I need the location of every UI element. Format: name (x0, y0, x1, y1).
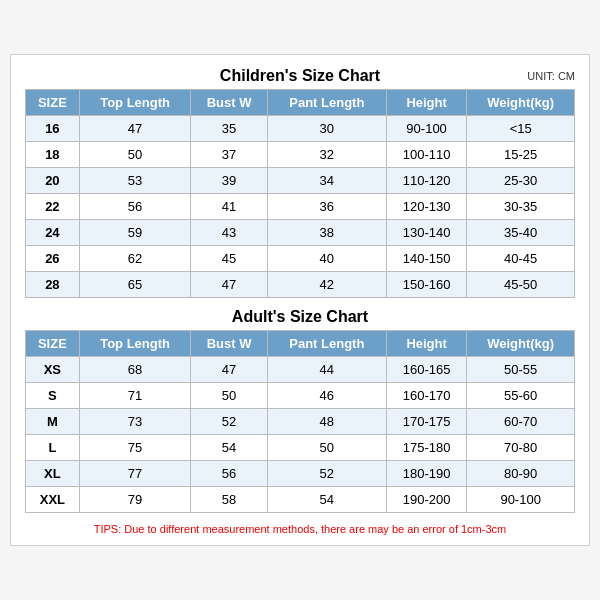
table-row: 22564136120-13030-35 (26, 194, 575, 220)
table-cell: 46 (267, 383, 386, 409)
table-cell: 35 (191, 116, 267, 142)
table-cell: 71 (79, 383, 191, 409)
table-cell: 15-25 (467, 142, 575, 168)
table-cell: 110-120 (386, 168, 466, 194)
table-cell: 160-165 (386, 357, 466, 383)
adult-title-row: Adult's Size Chart (25, 308, 575, 326)
table-cell: 50-55 (467, 357, 575, 383)
table-cell: 47 (79, 116, 191, 142)
table-cell: 24 (26, 220, 80, 246)
table-cell: 190-200 (386, 487, 466, 513)
table-row: L755450175-18070-80 (26, 435, 575, 461)
table-cell: 56 (79, 194, 191, 220)
table-cell: 35-40 (467, 220, 575, 246)
table-cell: 38 (267, 220, 386, 246)
adult-table-body: XS684744160-16550-55S715046160-17055-60M… (26, 357, 575, 513)
children-col-pant-length: Pant Length (267, 90, 386, 116)
table-cell: 47 (191, 272, 267, 298)
table-cell: 73 (79, 409, 191, 435)
table-cell: 170-175 (386, 409, 466, 435)
table-cell: 50 (191, 383, 267, 409)
table-cell: 59 (79, 220, 191, 246)
table-cell: 54 (267, 487, 386, 513)
table-cell: 160-170 (386, 383, 466, 409)
table-cell: XL (26, 461, 80, 487)
table-row: M735248170-17560-70 (26, 409, 575, 435)
adult-col-weight: Weight(kg) (467, 331, 575, 357)
tips-text: TIPS: Due to different measurement metho… (25, 523, 575, 535)
table-cell: 55-60 (467, 383, 575, 409)
table-row: XS684744160-16550-55 (26, 357, 575, 383)
table-cell: 75 (79, 435, 191, 461)
table-cell: 25-30 (467, 168, 575, 194)
table-cell: 180-190 (386, 461, 466, 487)
adult-size-table: SIZE Top Length Bust W Pant Length Heigh… (25, 330, 575, 513)
table-cell: 100-110 (386, 142, 466, 168)
table-cell: 53 (79, 168, 191, 194)
adult-header-row: SIZE Top Length Bust W Pant Length Heigh… (26, 331, 575, 357)
adult-chart-title: Adult's Size Chart (232, 308, 368, 326)
adult-col-bust-w: Bust W (191, 331, 267, 357)
table-cell: 28 (26, 272, 80, 298)
table-cell: 42 (267, 272, 386, 298)
table-cell: 40 (267, 246, 386, 272)
table-cell: 70-80 (467, 435, 575, 461)
table-cell: 16 (26, 116, 80, 142)
table-cell: 20 (26, 168, 80, 194)
table-cell: 36 (267, 194, 386, 220)
table-cell: 32 (267, 142, 386, 168)
table-cell: 150-160 (386, 272, 466, 298)
table-cell: 90-100 (467, 487, 575, 513)
children-col-bust-w: Bust W (191, 90, 267, 116)
table-cell: M (26, 409, 80, 435)
table-cell: 120-130 (386, 194, 466, 220)
children-table-body: 1647353090-100<1518503732100-11015-25205… (26, 116, 575, 298)
children-col-size: SIZE (26, 90, 80, 116)
table-cell: 68 (79, 357, 191, 383)
adult-col-height: Height (386, 331, 466, 357)
table-cell: 47 (191, 357, 267, 383)
table-cell: S (26, 383, 80, 409)
children-col-weight: Weight(kg) (467, 90, 575, 116)
table-cell: 48 (267, 409, 386, 435)
table-cell: 90-100 (386, 116, 466, 142)
table-cell: 52 (267, 461, 386, 487)
table-cell: 140-150 (386, 246, 466, 272)
table-cell: 37 (191, 142, 267, 168)
children-chart-title: Children's Size Chart (220, 67, 380, 85)
table-cell: 80-90 (467, 461, 575, 487)
table-cell: 175-180 (386, 435, 466, 461)
table-cell: XS (26, 357, 80, 383)
table-cell: 30 (267, 116, 386, 142)
table-cell: 50 (79, 142, 191, 168)
table-row: 20533934110-12025-30 (26, 168, 575, 194)
unit-label: UNIT: CM (527, 70, 575, 82)
table-cell: 77 (79, 461, 191, 487)
table-cell: 45-50 (467, 272, 575, 298)
table-cell: 50 (267, 435, 386, 461)
table-row: XL775652180-19080-90 (26, 461, 575, 487)
table-cell: XXL (26, 487, 80, 513)
table-cell: 79 (79, 487, 191, 513)
table-cell: 41 (191, 194, 267, 220)
table-row: S715046160-17055-60 (26, 383, 575, 409)
table-cell: 54 (191, 435, 267, 461)
table-row: 18503732100-11015-25 (26, 142, 575, 168)
table-row: 24594338130-14035-40 (26, 220, 575, 246)
table-row: XXL795854190-20090-100 (26, 487, 575, 513)
table-cell: 30-35 (467, 194, 575, 220)
table-cell: 65 (79, 272, 191, 298)
table-cell: 44 (267, 357, 386, 383)
adult-col-size: SIZE (26, 331, 80, 357)
table-cell: 56 (191, 461, 267, 487)
table-cell: 62 (79, 246, 191, 272)
children-col-top-length: Top Length (79, 90, 191, 116)
table-cell: L (26, 435, 80, 461)
table-cell: 60-70 (467, 409, 575, 435)
adult-col-top-length: Top Length (79, 331, 191, 357)
size-chart-wrapper: Children's Size Chart UNIT: CM SIZE Top … (10, 54, 590, 546)
table-cell: 40-45 (467, 246, 575, 272)
table-cell: 26 (26, 246, 80, 272)
table-row: 1647353090-100<15 (26, 116, 575, 142)
table-cell: 45 (191, 246, 267, 272)
